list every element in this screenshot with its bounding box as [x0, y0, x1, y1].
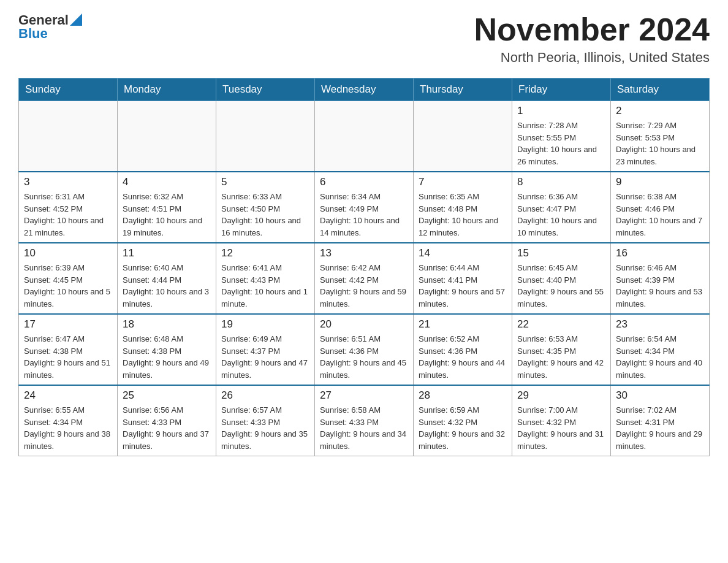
day-number: 23: [616, 318, 704, 331]
day-number: 3: [24, 176, 112, 188]
calendar-cell: 28Sunrise: 6:59 AMSunset: 4:32 PMDayligh…: [414, 385, 512, 456]
day-info: Sunrise: 6:47 AMSunset: 4:38 PMDaylight:…: [24, 333, 112, 381]
day-number: 18: [123, 318, 211, 331]
day-number: 7: [419, 176, 507, 188]
calendar-cell: 29Sunrise: 7:00 AMSunset: 4:32 PMDayligh…: [512, 385, 611, 456]
svg-marker-0: [70, 13, 82, 26]
day-number: 22: [517, 318, 605, 331]
calendar-cell: 14Sunrise: 6:44 AMSunset: 4:41 PMDayligh…: [414, 243, 512, 314]
day-info: Sunrise: 6:58 AMSunset: 4:33 PMDaylight:…: [320, 404, 408, 452]
day-number: 11: [123, 247, 211, 259]
logo-triangle-icon: [70, 13, 82, 26]
calendar-cell: 16Sunrise: 6:46 AMSunset: 4:39 PMDayligh…: [611, 243, 710, 314]
day-info: Sunrise: 6:59 AMSunset: 4:32 PMDaylight:…: [419, 404, 507, 452]
page-header: General Blue November 2024 North Peoria,…: [18, 12, 710, 66]
day-info: Sunrise: 6:53 AMSunset: 4:35 PMDaylight:…: [517, 333, 605, 381]
day-info: Sunrise: 6:35 AMSunset: 4:48 PMDaylight:…: [419, 191, 507, 239]
month-title: November 2024: [474, 12, 710, 47]
day-number: 9: [616, 176, 704, 188]
day-info: Sunrise: 6:49 AMSunset: 4:37 PMDaylight:…: [221, 333, 309, 381]
day-info: Sunrise: 6:48 AMSunset: 4:38 PMDaylight:…: [123, 333, 211, 381]
calendar-cell: 12Sunrise: 6:41 AMSunset: 4:43 PMDayligh…: [216, 243, 315, 314]
logo-blue-text: Blue: [18, 26, 48, 42]
calendar-header-tuesday: Tuesday: [216, 79, 315, 101]
day-info: Sunrise: 6:34 AMSunset: 4:49 PMDaylight:…: [320, 191, 408, 239]
day-info: Sunrise: 7:02 AMSunset: 4:31 PMDaylight:…: [616, 404, 704, 452]
calendar-cell: [315, 101, 414, 172]
calendar-cell: 8Sunrise: 6:36 AMSunset: 4:47 PMDaylight…: [512, 172, 611, 243]
day-number: 1: [517, 105, 605, 117]
day-info: Sunrise: 6:32 AMSunset: 4:51 PMDaylight:…: [123, 191, 211, 239]
calendar-cell: 18Sunrise: 6:48 AMSunset: 4:38 PMDayligh…: [118, 314, 216, 385]
calendar-cell: 26Sunrise: 6:57 AMSunset: 4:33 PMDayligh…: [216, 385, 315, 456]
calendar-cell: 30Sunrise: 7:02 AMSunset: 4:31 PMDayligh…: [611, 385, 710, 456]
calendar-cell: 9Sunrise: 6:38 AMSunset: 4:46 PMDaylight…: [611, 172, 710, 243]
calendar-cell: 22Sunrise: 6:53 AMSunset: 4:35 PMDayligh…: [512, 314, 611, 385]
day-number: 29: [517, 389, 605, 402]
day-number: 25: [123, 389, 211, 402]
calendar-week-row: 1Sunrise: 7:28 AMSunset: 5:55 PMDaylight…: [19, 101, 710, 172]
calendar-cell: 25Sunrise: 6:56 AMSunset: 4:33 PMDayligh…: [118, 385, 216, 456]
day-info: Sunrise: 6:46 AMSunset: 4:39 PMDaylight:…: [616, 262, 704, 310]
calendar-week-row: 3Sunrise: 6:31 AMSunset: 4:52 PMDaylight…: [19, 172, 710, 243]
day-number: 15: [517, 247, 605, 259]
day-number: 12: [221, 247, 309, 259]
calendar-cell: 11Sunrise: 6:40 AMSunset: 4:44 PMDayligh…: [118, 243, 216, 314]
day-number: 28: [419, 389, 507, 402]
logo: General Blue: [18, 12, 82, 42]
calendar-cell: 1Sunrise: 7:28 AMSunset: 5:55 PMDaylight…: [512, 101, 611, 172]
day-number: 30: [616, 389, 704, 402]
calendar-header-sunday: Sunday: [19, 79, 118, 101]
day-info: Sunrise: 6:40 AMSunset: 4:44 PMDaylight:…: [123, 262, 211, 310]
calendar-header-thursday: Thursday: [414, 79, 512, 101]
day-info: Sunrise: 6:42 AMSunset: 4:42 PMDaylight:…: [320, 262, 408, 310]
day-number: 2: [616, 105, 704, 117]
day-info: Sunrise: 6:56 AMSunset: 4:33 PMDaylight:…: [123, 404, 211, 452]
calendar-cell: 15Sunrise: 6:45 AMSunset: 4:40 PMDayligh…: [512, 243, 611, 314]
calendar-header-saturday: Saturday: [611, 79, 710, 101]
location-text: North Peoria, Illinois, United States: [474, 50, 710, 66]
calendar-cell: 24Sunrise: 6:55 AMSunset: 4:34 PMDayligh…: [19, 385, 118, 456]
calendar-cell: 6Sunrise: 6:34 AMSunset: 4:49 PMDaylight…: [315, 172, 414, 243]
day-info: Sunrise: 6:57 AMSunset: 4:33 PMDaylight:…: [221, 404, 309, 452]
day-number: 6: [320, 176, 408, 188]
day-number: 24: [24, 389, 112, 402]
day-info: Sunrise: 7:00 AMSunset: 4:32 PMDaylight:…: [517, 404, 605, 452]
calendar-header-row: SundayMondayTuesdayWednesdayThursdayFrid…: [19, 79, 710, 101]
day-info: Sunrise: 6:39 AMSunset: 4:45 PMDaylight:…: [24, 262, 112, 310]
calendar-cell: 3Sunrise: 6:31 AMSunset: 4:52 PMDaylight…: [19, 172, 118, 243]
day-info: Sunrise: 6:54 AMSunset: 4:34 PMDaylight:…: [616, 333, 704, 381]
day-number: 13: [320, 247, 408, 259]
calendar-week-row: 17Sunrise: 6:47 AMSunset: 4:38 PMDayligh…: [19, 314, 710, 385]
day-number: 16: [616, 247, 704, 259]
calendar-cell: 20Sunrise: 6:51 AMSunset: 4:36 PMDayligh…: [315, 314, 414, 385]
day-number: 21: [419, 318, 507, 331]
calendar-header-wednesday: Wednesday: [315, 79, 414, 101]
calendar-cell: [216, 101, 315, 172]
calendar-cell: 13Sunrise: 6:42 AMSunset: 4:42 PMDayligh…: [315, 243, 414, 314]
day-info: Sunrise: 7:28 AMSunset: 5:55 PMDaylight:…: [517, 120, 605, 167]
calendar-cell: [118, 101, 216, 172]
calendar-cell: 5Sunrise: 6:33 AMSunset: 4:50 PMDaylight…: [216, 172, 315, 243]
calendar-week-row: 24Sunrise: 6:55 AMSunset: 4:34 PMDayligh…: [19, 385, 710, 456]
day-number: 5: [221, 176, 309, 188]
title-section: November 2024 North Peoria, Illinois, Un…: [474, 12, 710, 66]
day-info: Sunrise: 6:36 AMSunset: 4:47 PMDaylight:…: [517, 191, 605, 239]
calendar-cell: 4Sunrise: 6:32 AMSunset: 4:51 PMDaylight…: [118, 172, 216, 243]
calendar-cell: 17Sunrise: 6:47 AMSunset: 4:38 PMDayligh…: [19, 314, 118, 385]
calendar-week-row: 10Sunrise: 6:39 AMSunset: 4:45 PMDayligh…: [19, 243, 710, 314]
day-info: Sunrise: 6:33 AMSunset: 4:50 PMDaylight:…: [221, 191, 309, 239]
day-number: 14: [419, 247, 507, 259]
calendar-cell: [19, 101, 118, 172]
calendar-cell: 19Sunrise: 6:49 AMSunset: 4:37 PMDayligh…: [216, 314, 315, 385]
day-info: Sunrise: 6:41 AMSunset: 4:43 PMDaylight:…: [221, 262, 309, 310]
day-info: Sunrise: 6:31 AMSunset: 4:52 PMDaylight:…: [24, 191, 112, 239]
calendar-cell: 27Sunrise: 6:58 AMSunset: 4:33 PMDayligh…: [315, 385, 414, 456]
calendar-cell: 2Sunrise: 7:29 AMSunset: 5:53 PMDaylight…: [611, 101, 710, 172]
day-info: Sunrise: 6:55 AMSunset: 4:34 PMDaylight:…: [24, 404, 112, 452]
day-info: Sunrise: 6:38 AMSunset: 4:46 PMDaylight:…: [616, 191, 704, 239]
day-number: 27: [320, 389, 408, 402]
calendar-cell: 7Sunrise: 6:35 AMSunset: 4:48 PMDaylight…: [414, 172, 512, 243]
calendar-table: SundayMondayTuesdayWednesdayThursdayFrid…: [18, 78, 710, 456]
calendar-cell: 23Sunrise: 6:54 AMSunset: 4:34 PMDayligh…: [611, 314, 710, 385]
